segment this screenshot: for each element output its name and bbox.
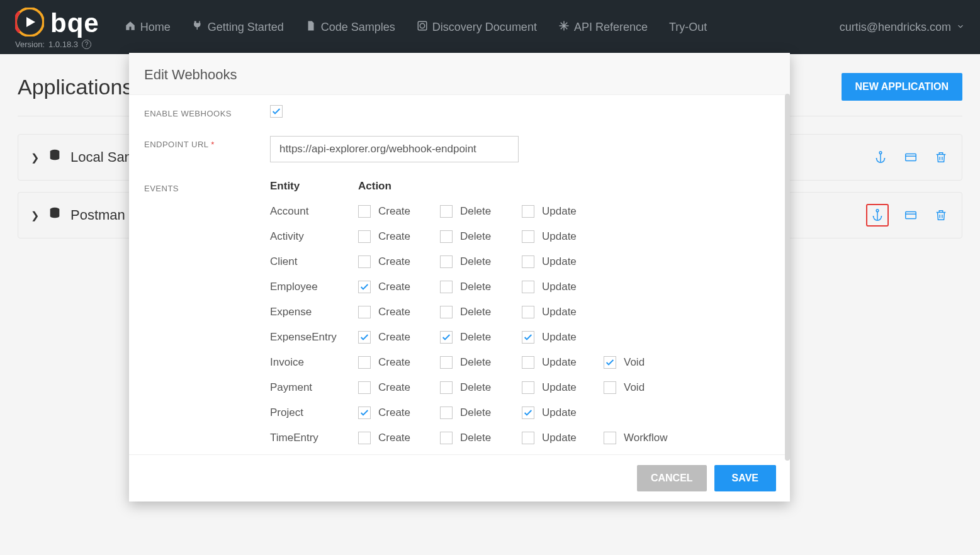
action-label: Delete xyxy=(460,205,491,218)
enable-webhooks-checkbox[interactable] xyxy=(270,105,283,118)
event-checkbox[interactable] xyxy=(440,381,453,394)
enable-webhooks-label: ENABLE WEBHOOKS xyxy=(144,105,270,118)
action-cell: Void xyxy=(604,381,685,394)
cancel-button[interactable]: CANCEL xyxy=(637,465,707,491)
action-cell: Update xyxy=(522,255,604,268)
action-label: Create xyxy=(378,331,410,344)
entity-name: Client xyxy=(270,255,358,268)
event-checkbox[interactable] xyxy=(440,331,453,344)
event-checkbox[interactable] xyxy=(440,432,453,444)
event-checkbox[interactable] xyxy=(358,205,371,218)
event-checkbox[interactable] xyxy=(440,255,453,268)
endpoint-url-field: ENDPOINT URL * xyxy=(144,136,775,162)
event-checkbox[interactable] xyxy=(522,205,534,218)
action-label: Create xyxy=(378,230,410,243)
action-cell: Create xyxy=(358,230,440,243)
modal-title: Edit Webhooks xyxy=(129,53,790,95)
endpoint-url-label: ENDPOINT URL * xyxy=(144,136,270,149)
action-cell: Update xyxy=(522,406,604,419)
entity-name: Expense xyxy=(270,306,358,318)
event-checkbox[interactable] xyxy=(440,205,453,218)
entity-name: Project xyxy=(270,406,358,419)
edit-webhooks-modal: Edit Webhooks ENABLE WEBHOOKS ENDPOINT U… xyxy=(129,53,790,502)
action-label: Update xyxy=(542,230,577,243)
endpoint-url-label-text: ENDPOINT URL xyxy=(144,140,208,149)
event-checkbox[interactable] xyxy=(522,255,534,268)
action-cell: Update xyxy=(522,230,604,243)
action-label: Void xyxy=(624,356,645,369)
event-checkbox[interactable] xyxy=(522,356,534,369)
action-cell: Create xyxy=(358,255,440,268)
event-checkbox[interactable] xyxy=(522,281,534,293)
action-cell: Delete xyxy=(440,331,522,344)
action-cell: Update xyxy=(522,306,604,318)
event-checkbox[interactable] xyxy=(522,230,534,243)
action-label: Update xyxy=(542,406,577,419)
action-cell: Delete xyxy=(440,205,522,218)
action-label: Workflow xyxy=(624,432,668,444)
event-checkbox[interactable] xyxy=(358,255,371,268)
action-cell: Delete xyxy=(440,281,522,293)
entity-name: Invoice xyxy=(270,356,358,369)
action-label: Delete xyxy=(460,432,491,444)
action-label: Create xyxy=(378,406,410,419)
action-cell: Update xyxy=(522,205,604,218)
event-checkbox[interactable] xyxy=(358,306,371,318)
required-asterisk: * xyxy=(211,140,215,149)
entity-name: ExpenseEntry xyxy=(270,331,358,344)
event-checkbox[interactable] xyxy=(522,331,534,344)
endpoint-url-input[interactable] xyxy=(270,136,519,162)
action-cell: Update xyxy=(522,356,604,369)
action-cell: Delete xyxy=(440,356,522,369)
event-checkbox[interactable] xyxy=(358,432,371,444)
modal-scrollbar[interactable] xyxy=(785,94,790,461)
action-label: Delete xyxy=(460,381,491,394)
event-checkbox[interactable] xyxy=(440,281,453,293)
action-label: Delete xyxy=(460,230,491,243)
event-checkbox[interactable] xyxy=(522,432,534,444)
event-checkbox[interactable] xyxy=(522,381,534,394)
action-cell: Delete xyxy=(440,381,522,394)
enable-webhooks-field: ENABLE WEBHOOKS xyxy=(144,105,775,118)
event-checkbox[interactable] xyxy=(358,281,371,293)
event-checkbox[interactable] xyxy=(358,331,371,344)
event-checkbox[interactable] xyxy=(440,356,453,369)
action-cell: Create xyxy=(358,281,440,293)
action-label: Update xyxy=(542,306,577,318)
action-label: Update xyxy=(542,331,577,344)
action-cell: Delete xyxy=(440,406,522,419)
events-grid: Entity Action AccountCreateDeleteUpdateA… xyxy=(270,180,775,444)
entity-name: Payment xyxy=(270,381,358,394)
entity-name: Activity xyxy=(270,230,358,243)
entity-name: Account xyxy=(270,205,358,218)
event-checkbox[interactable] xyxy=(522,406,534,419)
action-label: Update xyxy=(542,356,577,369)
modal-footer: CANCEL SAVE xyxy=(129,454,790,502)
event-checkbox[interactable] xyxy=(604,356,616,369)
save-button[interactable]: SAVE xyxy=(714,465,776,491)
action-cell: Create xyxy=(358,306,440,318)
event-checkbox[interactable] xyxy=(440,406,453,419)
event-checkbox[interactable] xyxy=(604,432,616,444)
event-checkbox[interactable] xyxy=(358,406,371,419)
events-field: EVENTS Entity Action AccountCreateDelete… xyxy=(144,180,775,444)
entity-header: Entity xyxy=(270,180,358,193)
event-checkbox[interactable] xyxy=(358,381,371,394)
event-checkbox[interactable] xyxy=(604,381,616,394)
action-cell: Delete xyxy=(440,255,522,268)
event-checkbox[interactable] xyxy=(440,306,453,318)
action-label: Update xyxy=(542,432,577,444)
event-checkbox[interactable] xyxy=(358,230,371,243)
event-checkbox[interactable] xyxy=(440,230,453,243)
event-checkbox[interactable] xyxy=(358,356,371,369)
event-checkbox[interactable] xyxy=(522,306,534,318)
action-cell: Void xyxy=(604,356,685,369)
action-label: Create xyxy=(378,255,410,268)
action-cell: Create xyxy=(358,381,440,394)
action-label: Create xyxy=(378,381,410,394)
action-cell: Workflow xyxy=(604,432,685,444)
action-label: Delete xyxy=(460,255,491,268)
action-label: Update xyxy=(542,281,577,293)
modal-body: ENABLE WEBHOOKS ENDPOINT URL * EVENTS En… xyxy=(129,95,790,454)
action-label: Void xyxy=(624,381,645,394)
